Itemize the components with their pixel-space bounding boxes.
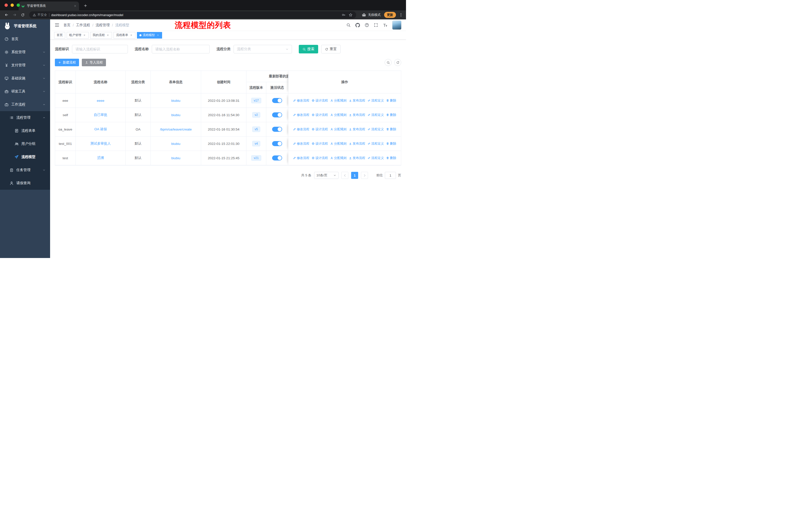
sidebar-item-infra[interactable]: 基础设施 bbox=[0, 72, 50, 85]
browser-tab[interactable]: 芋道管理系统 bbox=[19, 1, 79, 10]
reload-icon[interactable] bbox=[19, 11, 26, 19]
action-assign[interactable]: 分配规则 bbox=[330, 113, 347, 117]
model-name-link[interactable]: OA 请假 bbox=[94, 127, 107, 132]
search-icon[interactable] bbox=[346, 23, 351, 27]
version-badge[interactable]: v21 bbox=[251, 155, 261, 161]
security-chip[interactable]: 不安全 bbox=[33, 13, 47, 17]
breadcrumb-item[interactable]: 工作流程 bbox=[76, 23, 90, 27]
github-icon[interactable] bbox=[355, 23, 360, 27]
font-size-icon[interactable] bbox=[383, 23, 387, 27]
tag-流程表单[interactable]: 流程表单 bbox=[114, 32, 136, 38]
action-assign[interactable]: 分配规则 bbox=[330, 142, 347, 146]
action-publish[interactable]: 发布流程 bbox=[349, 99, 365, 103]
action-design[interactable]: 设计流程 bbox=[312, 156, 328, 160]
status-toggle[interactable] bbox=[272, 112, 282, 117]
status-toggle[interactable] bbox=[272, 127, 282, 132]
action-link[interactable]: 流程定义 bbox=[368, 156, 384, 160]
form-info-link[interactable]: biubiu bbox=[171, 142, 180, 146]
tag-流程模型[interactable]: 流程模型 bbox=[137, 32, 162, 38]
form-info-link[interactable]: biubiu bbox=[171, 113, 180, 117]
action-design[interactable]: 设计流程 bbox=[312, 142, 328, 146]
address-bar[interactable]: 不安全 dashboard.yudao.iocoder.cn/bpm/manag… bbox=[29, 11, 356, 19]
fullscreen-icon[interactable] bbox=[374, 23, 378, 27]
tag-close-icon[interactable] bbox=[129, 33, 133, 37]
action-link[interactable]: 流程定义 bbox=[368, 113, 384, 117]
action-publish[interactable]: 发布流程 bbox=[349, 127, 365, 132]
import-process-button[interactable]: 导入流程 bbox=[82, 59, 106, 66]
window-minimize-button[interactable] bbox=[10, 3, 14, 7]
action-delete[interactable]: 删除 bbox=[386, 127, 396, 132]
form-info-link[interactable]: biubiu bbox=[171, 99, 180, 103]
action-design[interactable]: 设计流程 bbox=[312, 127, 328, 132]
sidebar-item-process-model[interactable]: 流程模型 bbox=[0, 151, 50, 164]
tag-close-icon[interactable] bbox=[156, 33, 160, 37]
category-select[interactable]: 流程分类 bbox=[234, 45, 292, 53]
process-key-input[interactable] bbox=[72, 45, 128, 53]
status-toggle[interactable] bbox=[272, 98, 282, 103]
form-info-link[interactable]: biubiu bbox=[171, 156, 180, 160]
sidebar-fold-icon[interactable] bbox=[55, 23, 59, 27]
action-link[interactable]: 流程定义 bbox=[368, 127, 384, 132]
back-icon[interactable] bbox=[3, 11, 10, 19]
sidebar-item-workflow[interactable]: 工作流程 bbox=[0, 98, 50, 111]
toggle-search-button[interactable] bbox=[385, 59, 392, 66]
action-delete[interactable]: 删除 bbox=[386, 99, 396, 103]
page-number-button[interactable]: 1 bbox=[351, 172, 358, 179]
sidebar-item-process-form[interactable]: 流程表单 bbox=[0, 124, 50, 137]
action-edit[interactable]: 修改流程 bbox=[293, 99, 309, 103]
version-badge[interactable]: v4 bbox=[252, 141, 261, 146]
search-button[interactable]: 搜索 bbox=[299, 45, 318, 53]
sidebar-item-devtools[interactable]: 研发工具 bbox=[0, 85, 50, 98]
tag-租户管理[interactable]: 租户管理 bbox=[67, 32, 89, 38]
browser-menu-icon[interactable] bbox=[399, 13, 403, 17]
goto-page-input[interactable] bbox=[385, 172, 396, 179]
model-name-link[interactable]: 自己审批 bbox=[94, 113, 108, 117]
key-icon[interactable] bbox=[342, 13, 346, 17]
sidebar-item-system[interactable]: 系统管理 bbox=[0, 46, 50, 59]
sidebar-item-task-manage[interactable]: 任务管理 bbox=[0, 164, 50, 176]
action-edit[interactable]: 修改流程 bbox=[293, 156, 309, 160]
action-design[interactable]: 设计流程 bbox=[312, 113, 328, 117]
model-name-link[interactable]: 测试多审批人 bbox=[90, 141, 111, 146]
sidebar-item-home[interactable]: 首页 bbox=[0, 32, 50, 46]
tag-我的流程[interactable]: 我的流程 bbox=[90, 32, 112, 38]
action-publish[interactable]: 发布流程 bbox=[349, 142, 365, 146]
window-close-button[interactable] bbox=[4, 3, 8, 7]
action-link[interactable]: 流程定义 bbox=[368, 99, 384, 103]
action-design[interactable]: 设计流程 bbox=[312, 99, 328, 103]
model-name-link[interactable]: 滔博 bbox=[97, 156, 104, 160]
breadcrumb-item[interactable]: 流程管理 bbox=[96, 23, 110, 27]
action-publish[interactable]: 发布流程 bbox=[349, 156, 365, 160]
tab-close-icon[interactable] bbox=[74, 4, 77, 7]
version-badge[interactable]: v5 bbox=[252, 127, 261, 132]
action-edit[interactable]: 修改流程 bbox=[293, 142, 309, 146]
action-delete[interactable]: 删除 bbox=[386, 142, 396, 146]
model-name-link[interactable]: eeee bbox=[97, 99, 104, 103]
action-assign[interactable]: 分配规则 bbox=[330, 156, 347, 160]
action-delete[interactable]: 删除 bbox=[386, 156, 396, 160]
breadcrumb-item[interactable]: 首页 bbox=[63, 23, 70, 27]
action-edit[interactable]: 修改流程 bbox=[293, 127, 309, 132]
tag-首页[interactable]: 首页 bbox=[54, 32, 65, 38]
app-logo[interactable]: 芋道管理系统 bbox=[0, 19, 50, 32]
sidebar-item-payment[interactable]: 支付管理 bbox=[0, 59, 50, 72]
refresh-table-button[interactable] bbox=[394, 59, 401, 66]
form-info-link[interactable]: /bpm/oa/leave/create bbox=[160, 128, 192, 131]
next-page-button[interactable] bbox=[361, 172, 368, 179]
reset-button[interactable]: 重置 bbox=[321, 45, 341, 53]
create-process-button[interactable]: 新建流程 bbox=[55, 59, 79, 66]
action-assign[interactable]: 分配规则 bbox=[330, 127, 347, 132]
page-size-select[interactable]: 10条/页 bbox=[314, 172, 339, 179]
process-name-input[interactable] bbox=[152, 45, 210, 53]
action-link[interactable]: 流程定义 bbox=[368, 142, 384, 146]
forward-icon[interactable] bbox=[11, 11, 18, 19]
status-toggle[interactable] bbox=[272, 156, 282, 161]
tag-close-icon[interactable] bbox=[83, 33, 86, 37]
action-edit[interactable]: 修改流程 bbox=[293, 113, 309, 117]
avatar[interactable] bbox=[392, 20, 402, 30]
sidebar-item-leave-query[interactable]: 请假查询 bbox=[0, 176, 50, 190]
action-publish[interactable]: 发布流程 bbox=[349, 113, 365, 117]
sidebar-item-process-manage[interactable]: 流程管理 bbox=[0, 111, 50, 124]
version-badge[interactable]: v2 bbox=[252, 112, 261, 118]
prev-page-button[interactable] bbox=[341, 172, 348, 179]
